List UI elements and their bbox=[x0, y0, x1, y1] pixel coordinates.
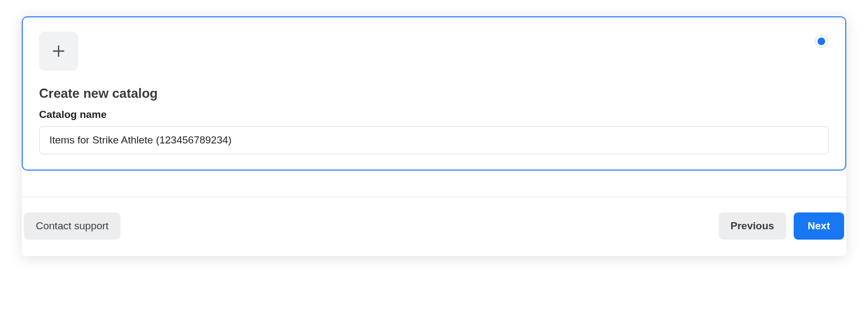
catalog-name-label: Catalog name bbox=[39, 109, 829, 121]
new-catalog-tile[interactable] bbox=[39, 32, 78, 71]
next-button[interactable]: Next bbox=[794, 212, 844, 240]
divider bbox=[22, 197, 846, 197]
create-catalog-card[interactable]: Create new catalog Catalog name bbox=[22, 16, 846, 171]
contact-support-button[interactable]: Contact support bbox=[24, 212, 120, 240]
card-title: Create new catalog bbox=[39, 86, 829, 101]
card-select-radio[interactable] bbox=[815, 35, 828, 48]
footer-bar: Contact support Previous Next bbox=[22, 212, 846, 240]
radio-selected-dot bbox=[818, 37, 825, 45]
catalog-name-input[interactable] bbox=[39, 126, 829, 154]
previous-button[interactable]: Previous bbox=[719, 212, 786, 240]
plus-icon bbox=[51, 43, 66, 59]
footer-nav: Previous Next bbox=[719, 212, 844, 240]
content-panel: Create new catalog Catalog name Contact … bbox=[22, 16, 846, 256]
